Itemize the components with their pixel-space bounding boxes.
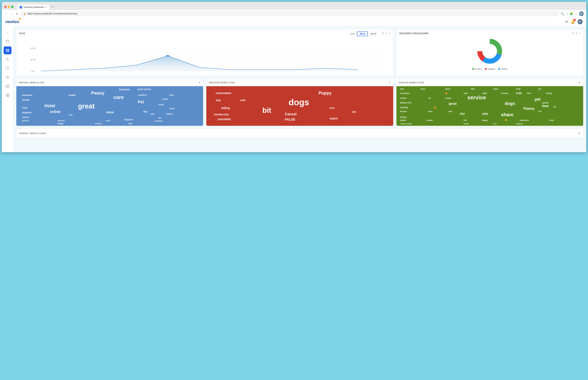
sidebar-item-settings[interactable] <box>4 91 12 99</box>
word-unable: unable <box>69 94 76 96</box>
sidebar-item-reports[interactable] <box>4 82 12 90</box>
positive-wc-card: POSITIVE WORD CLOUD ⬇ service dogs pet s… <box>396 79 583 126</box>
word-received: received <box>501 93 508 94</box>
buzz-refresh-btn[interactable]: ↻ <box>385 32 388 35</box>
word-puppy: Puppy <box>318 91 331 95</box>
word-daycare: Daycare <box>125 119 133 121</box>
svg-text:20: 20 <box>30 47 36 50</box>
buzz-tab-day[interactable]: Day <box>348 32 357 36</box>
more-icon[interactable]: ⋮ <box>575 12 578 16</box>
word-weekend: weekend <box>516 123 523 125</box>
word-doggy: Doggy <box>57 123 64 125</box>
maximize-button[interactable] <box>11 6 14 8</box>
user-avatar[interactable]: BK <box>578 19 583 24</box>
word-red: red <box>428 97 431 99</box>
negative-wc-download[interactable]: ⬇ <box>389 81 391 84</box>
reload-button[interactable]: ↻ <box>15 12 19 16</box>
url-text: https://nextiva.simplify360.com/dashboar… <box>28 12 77 15</box>
word-dogs-neg: dogs <box>289 98 309 107</box>
svg-point-45 <box>485 46 495 56</box>
word-cancel: Cancel <box>285 112 297 116</box>
tab-title: Summary Dashboard <box>24 6 44 8</box>
word-mobile: mobile <box>400 119 406 121</box>
donut-chart-svg <box>475 37 504 66</box>
sidebar-item-team[interactable] <box>4 74 12 81</box>
close-button[interactable] <box>4 6 7 8</box>
word-cute-pos: cute <box>516 92 522 95</box>
word-ordered: ordered <box>166 113 172 115</box>
word-clean: clean <box>22 107 28 109</box>
buzz-card: BUZZ Day Week Month ⬇ ↻ × <box>16 29 393 76</box>
neutral-wc-card: NEUTRAL WORD CLOUD ⬇ great care Pawsy Ho… <box>16 79 203 126</box>
word-felt: felt <box>158 117 161 119</box>
sentiment-refresh-btn[interactable]: ↻ <box>576 32 578 35</box>
word-cancelled: cancelled <box>218 118 231 121</box>
sentiment-download-btn[interactable]: ⬇ <box>572 32 574 35</box>
word-great: great <box>78 103 95 110</box>
word-work: work <box>106 120 110 122</box>
mail-icon[interactable]: ✉ <box>565 20 568 24</box>
header-right: ✉ 🔔 0 BK <box>565 19 583 24</box>
positive-wc-download[interactable]: ⬇ <box>578 81 581 84</box>
word-live: live <box>538 88 541 90</box>
overall-row: OVERALL WORLD CLOUD ⬇ <box>16 129 583 138</box>
buzz-tab-week[interactable]: Week <box>357 32 368 36</box>
nav-buttons: ← → ↻ <box>4 12 19 16</box>
word-love-neg: love <box>329 107 335 109</box>
zoom-icon[interactable]: 🔍 <box>561 12 564 16</box>
address-bar[interactable]: 🔒 https://nextiva.simplify360.com/dashbo… <box>21 11 559 16</box>
negative-wc-header: NEGATIVE WORD CLOUD ⬇ <box>206 79 393 86</box>
sentiment-close-btn[interactable]: × <box>579 32 581 35</box>
word-contact: contact <box>445 97 451 99</box>
forward-button[interactable]: → <box>10 12 14 16</box>
extensions-icon[interactable]: 🧩 <box>570 12 573 16</box>
neutral-wc-download[interactable]: ⬇ <box>198 81 201 84</box>
notification-badge: 0 <box>573 19 576 21</box>
word-pawsy-pos: Pawsy <box>523 107 535 110</box>
word-mad: mad <box>400 88 404 90</box>
word-change: change <box>22 99 30 101</box>
app-header: nextiva ✉ 🔔 0 BK <box>2 18 586 26</box>
word-day: day <box>460 112 465 115</box>
word-animals: animals <box>542 102 549 104</box>
buzz-close-btn[interactable]: × <box>389 32 391 35</box>
word-dogs-pos: dogs <box>505 101 515 106</box>
sidebar-item-upload[interactable] <box>4 56 12 63</box>
active-tab[interactable]: N Summary Dashboard × <box>17 4 50 10</box>
new-tab-button[interactable]: + <box>50 4 55 10</box>
positive-dot <box>472 68 474 70</box>
word-max: Max <box>143 111 148 113</box>
word-cold: cold <box>240 99 245 101</box>
word-service: service <box>95 123 102 125</box>
buzz-tab-month[interactable]: Month <box>368 32 379 36</box>
browser-actions: 🔍 ☆ 🧩 ⋮ BK <box>561 11 584 16</box>
lock-icon: 🔒 <box>23 12 26 15</box>
word-fun: Fun <box>538 111 542 113</box>
sidebar-item-dashboard[interactable] <box>4 46 12 54</box>
legend-negative: Negative <box>485 68 495 70</box>
word-website: website <box>22 116 29 118</box>
browser-profile-avatar[interactable]: BK <box>579 11 584 16</box>
word-service-pos: service <box>467 95 486 100</box>
neutral-label: Neutral <box>501 68 507 70</box>
word-play: play <box>482 112 488 115</box>
notification-bell[interactable]: 🔔 0 <box>571 20 575 24</box>
sidebar-item-home[interactable]: ⌂ <box>4 28 12 36</box>
word-time: time <box>542 104 549 108</box>
tab-close-button[interactable]: × <box>45 6 47 9</box>
back-button[interactable]: ← <box>4 12 9 16</box>
sidebar-item-heart[interactable] <box>4 64 12 72</box>
word-online: online <box>50 110 61 114</box>
word-left: left <box>352 111 356 113</box>
word-care: care <box>113 95 124 100</box>
word-hotel: Hotel <box>44 104 55 108</box>
word-pets: pets <box>151 113 155 115</box>
overall-card: OVERALL WORLD CLOUD ⬇ <box>16 129 583 138</box>
sidebar-item-inbox[interactable] <box>4 38 12 45</box>
overall-download-btn[interactable]: ⬇ <box>578 132 580 135</box>
bookmark-icon[interactable]: ☆ <box>566 12 568 16</box>
word-telling: telling <box>221 107 230 110</box>
minimize-button[interactable] <box>8 6 10 8</box>
word-days: days <box>170 94 174 96</box>
buzz-download-btn[interactable]: ⬇ <box>382 32 384 35</box>
